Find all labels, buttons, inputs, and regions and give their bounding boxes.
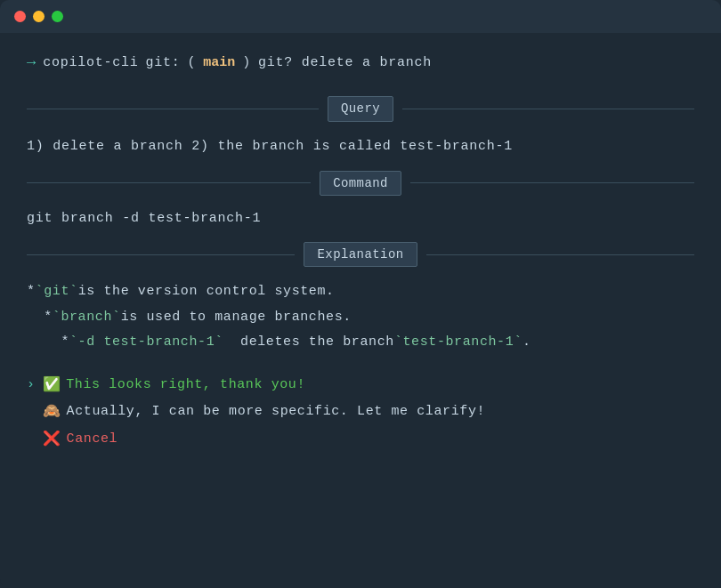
option-line-2[interactable]: 🙈 Actually, I can be more specific. Let … xyxy=(27,399,694,425)
terminal-body: → copilot-cli git: ( main ) git? delete … xyxy=(0,33,721,588)
explanation-code-2: `branch` xyxy=(53,305,121,331)
divider-line-right-3 xyxy=(426,254,694,255)
title-bar xyxy=(0,0,721,33)
option-cancel-icon: ❌ xyxy=(43,426,61,453)
command-divider: Command xyxy=(27,171,694,196)
command-label: Command xyxy=(320,171,401,196)
explanation-line-2: * `branch` is used to manage branches. xyxy=(27,305,694,331)
explanation-block: * `git` is the version control system. *… xyxy=(27,279,694,356)
option-arrow-icon: › xyxy=(27,373,36,399)
prompt-git-close: ) xyxy=(242,52,251,74)
explanation-text-4: . xyxy=(523,330,531,356)
option-2-text: Actually, I can be more specific. Let me… xyxy=(67,399,485,425)
explanation-indent-3: * xyxy=(27,330,69,356)
explanation-label: Explanation xyxy=(304,242,417,267)
explanation-divider: Explanation xyxy=(27,242,694,267)
explanation-text-3: deletes the branch xyxy=(223,330,394,356)
terminal-window: → copilot-cli git: ( main ) git? delete … xyxy=(0,0,721,588)
divider-line-left-2 xyxy=(27,182,311,183)
explanation-code-3: `-d test-branch-1` xyxy=(69,330,223,356)
explanation-line-3: * `-d test-branch-1` deletes the branch … xyxy=(27,330,694,356)
divider-line-left xyxy=(27,109,319,109)
minimize-button[interactable] xyxy=(33,11,45,22)
prompt-appname: copilot-cli xyxy=(43,52,138,74)
query-label: Query xyxy=(328,96,393,121)
prompt-git-label: git: xyxy=(145,52,180,74)
explanation-text-1: is the version control system. xyxy=(78,279,335,305)
explanation-line-1: * `git` is the version control system. xyxy=(27,279,694,305)
divider-line-right xyxy=(402,109,694,109)
explanation-text-2: is used to manage branches. xyxy=(121,305,352,331)
prompt-line: → copilot-cli git: ( main ) git? delete … xyxy=(27,51,694,75)
prompt-git-open: ( xyxy=(188,52,197,74)
query-divider: Query xyxy=(27,96,694,121)
option-line-3[interactable]: ❌ Cancel xyxy=(27,426,694,453)
command-content: git branch -d test-branch-1 xyxy=(27,208,694,230)
explanation-code-1: `git` xyxy=(36,279,78,305)
prompt-arrow-icon: → xyxy=(27,51,36,75)
maximize-button[interactable] xyxy=(52,11,63,22)
explanation-code-4: `test-branch-1` xyxy=(394,330,523,356)
prompt-command: git? delete a branch xyxy=(258,52,432,74)
close-button[interactable] xyxy=(14,11,26,22)
options-block: › ✅ This looks right, thank you! 🙈 Actua… xyxy=(27,372,694,453)
option-line-1[interactable]: › ✅ This looks right, thank you! xyxy=(27,372,694,399)
option-1-text: This looks right, thank you! xyxy=(66,373,305,399)
divider-line-left-3 xyxy=(27,254,295,255)
prompt-git-branch: main xyxy=(203,52,235,74)
option-checkmark-icon: ✅ xyxy=(43,372,61,399)
option-monkey-icon: 🙈 xyxy=(43,399,61,425)
explanation-indent-2: * xyxy=(27,305,53,331)
query-content: 1) delete a branch 2) the branch is call… xyxy=(27,134,694,158)
option-3-text: Cancel xyxy=(67,427,118,453)
explanation-indent-1: * xyxy=(27,279,36,305)
divider-line-right-2 xyxy=(410,182,694,183)
